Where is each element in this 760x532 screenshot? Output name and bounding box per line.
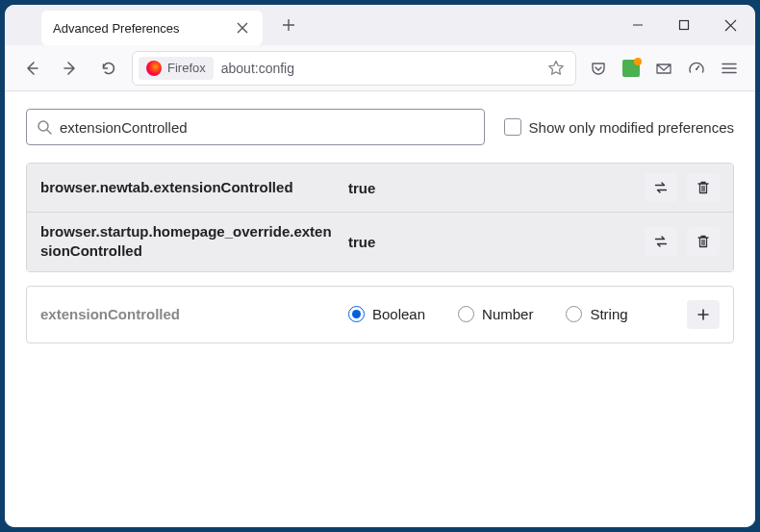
toolbar-icons xyxy=(584,54,744,83)
search-icon xyxy=(37,119,52,135)
trash-icon xyxy=(696,234,711,249)
reload-icon xyxy=(100,60,117,77)
radio-number[interactable]: Number xyxy=(458,306,533,322)
firefox-logo-icon xyxy=(146,61,162,76)
extension-icon xyxy=(622,60,640,77)
toggle-button[interactable] xyxy=(645,227,677,256)
nav-toolbar: Firefox about:config xyxy=(5,45,755,91)
minimize-button[interactable] xyxy=(615,5,661,45)
delete-button[interactable] xyxy=(687,227,720,256)
add-pref-name: extensionControlled xyxy=(40,306,339,322)
pref-row: browser.startup.homepage_override.extens… xyxy=(27,212,733,271)
trash-icon xyxy=(696,180,711,195)
mail-button[interactable] xyxy=(649,54,678,83)
plus-icon xyxy=(697,308,710,321)
app-menu-button[interactable] xyxy=(715,54,744,83)
gauge-icon xyxy=(688,60,705,77)
minimize-icon xyxy=(632,19,644,31)
close-window-button[interactable] xyxy=(707,5,753,45)
browser-tab[interactable]: Advanced Preferences xyxy=(41,11,263,45)
show-modified-checkbox[interactable]: Show only modified preferences xyxy=(504,118,734,136)
pref-results: browser.newtab.extensionControlled true … xyxy=(26,163,734,272)
mail-icon xyxy=(655,60,672,77)
arrow-left-icon xyxy=(23,60,40,77)
pocket-button[interactable] xyxy=(584,54,613,83)
pref-name: browser.startup.homepage_override.extens… xyxy=(40,222,339,262)
maximize-icon xyxy=(678,19,690,31)
urlbar-identity[interactable]: Firefox xyxy=(139,57,214,80)
bookmark-button[interactable] xyxy=(543,55,570,82)
toggle-icon xyxy=(652,233,670,250)
checkbox-box xyxy=(504,118,521,136)
radio-circle xyxy=(566,306,582,322)
pref-actions xyxy=(645,173,720,202)
search-box[interactable] xyxy=(26,109,485,145)
search-row: Show only modified preferences xyxy=(26,109,734,145)
radio-circle xyxy=(348,306,365,322)
maximize-button[interactable] xyxy=(661,5,707,45)
pocket-icon xyxy=(590,60,607,77)
search-input[interactable] xyxy=(60,119,474,136)
pref-name: browser.newtab.extensionControlled xyxy=(40,178,339,197)
urlbar-text: about:config xyxy=(221,61,535,76)
close-tab-button[interactable] xyxy=(234,19,251,37)
gauge-button[interactable] xyxy=(682,54,711,83)
add-button[interactable] xyxy=(687,300,720,329)
reload-button[interactable] xyxy=(93,53,124,84)
radio-circle xyxy=(458,306,474,322)
toggle-icon xyxy=(652,179,670,196)
add-pref-row: extensionControlled Boolean Number Strin… xyxy=(26,286,734,343)
svg-rect-0 xyxy=(680,21,689,30)
extension-button[interactable] xyxy=(617,54,646,83)
svg-point-1 xyxy=(696,68,697,70)
pref-value: true xyxy=(348,180,635,196)
tab-title: Advanced Preferences xyxy=(53,21,224,36)
radio-string[interactable]: String xyxy=(566,306,627,322)
forward-button[interactable] xyxy=(55,53,86,84)
urlbar[interactable]: Firefox about:config xyxy=(132,51,576,86)
plus-icon xyxy=(282,18,295,32)
pref-row: browser.newtab.extensionControlled true xyxy=(27,164,733,212)
back-button[interactable] xyxy=(16,53,47,84)
star-icon xyxy=(547,60,565,77)
pref-value: true xyxy=(348,234,635,250)
close-icon xyxy=(724,19,737,32)
delete-button[interactable] xyxy=(687,173,720,202)
radio-boolean[interactable]: Boolean xyxy=(348,306,425,322)
identity-label: Firefox xyxy=(167,61,206,75)
config-content: Show only modified preferences browser.n… xyxy=(5,91,755,527)
browser-window: Advanced Preferences xyxy=(5,5,755,527)
pref-actions xyxy=(645,227,720,256)
hamburger-icon xyxy=(721,60,738,77)
titlebar: Advanced Preferences xyxy=(5,5,755,45)
new-tab-button[interactable] xyxy=(274,11,303,39)
toggle-button[interactable] xyxy=(645,173,677,202)
radio-label: String xyxy=(590,306,627,322)
checkbox-label-text: Show only modified preferences xyxy=(529,119,734,136)
arrow-right-icon xyxy=(62,60,79,77)
close-icon xyxy=(237,22,248,34)
type-radios: Boolean Number String xyxy=(348,306,677,322)
radio-label: Boolean xyxy=(372,306,425,322)
radio-label: Number xyxy=(482,306,533,322)
window-controls xyxy=(615,5,755,45)
